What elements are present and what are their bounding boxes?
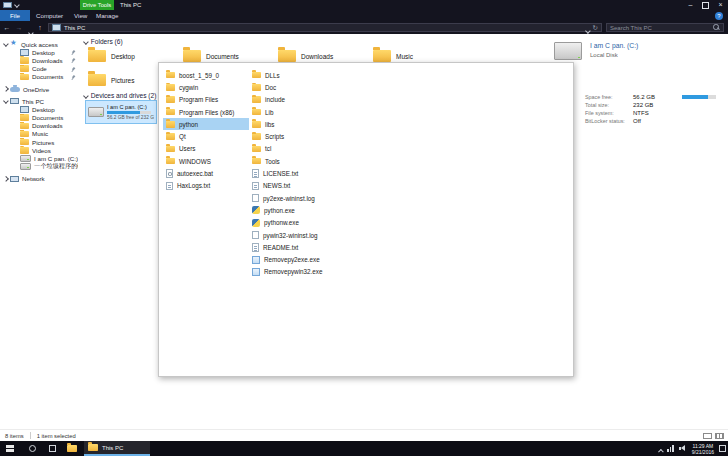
sidebar-item-label: OneDrive — [23, 86, 49, 93]
file-item-removepy2exe-exe[interactable]: Removepy2exe.exe — [249, 253, 449, 265]
network-icon — [10, 176, 19, 182]
sidebar-item-documents[interactable]: Documents — [0, 114, 80, 122]
search-input[interactable]: Search This PC — [606, 23, 724, 32]
sidebar-item-downloads[interactable]: Downloads — [0, 122, 80, 130]
expander-chevron[interactable] — [3, 87, 9, 91]
expander-chevron[interactable] — [3, 99, 9, 103]
file-item-program-files[interactable]: Program Files — [163, 94, 249, 106]
details-view-button[interactable] — [703, 433, 712, 439]
drives-section-header[interactable]: Devices and drives (2) — [84, 92, 156, 99]
taskbar-this-pc-button[interactable]: This PC — [84, 441, 150, 456]
sidebar-item-desktop[interactable]: Desktop — [0, 105, 80, 113]
folder-tile-label: Music — [396, 53, 413, 60]
file-item-pythonw-exe[interactable]: pythonw.exe — [249, 217, 449, 229]
file-log-icon — [252, 194, 259, 203]
sidebar-item-music[interactable]: Music — [0, 130, 80, 138]
file-item-label: Doc — [265, 84, 276, 91]
tab-computer[interactable]: Computer — [36, 10, 63, 21]
file-item-py2exe-wininst-log[interactable]: py2exe-wininst.log — [249, 192, 449, 204]
action-center-button[interactable] — [719, 445, 726, 452]
file-item-windows[interactable]: WINDOWS — [163, 155, 249, 167]
file-item-license-txt[interactable]: LICENSE.txt — [249, 167, 449, 179]
sidebar-item-videos[interactable]: Videos — [0, 146, 80, 154]
cortana-button[interactable] — [22, 441, 42, 456]
file-item-label: Qt — [179, 133, 186, 140]
sidebar-item-documents[interactable]: Documents — [0, 73, 80, 81]
app-blue-icon — [252, 256, 260, 264]
sidebar-item-pictures[interactable]: Pictures — [0, 138, 80, 146]
file-item-removepywin32-exe[interactable]: Removepywin32.exe — [249, 266, 449, 278]
file-item-qt[interactable]: Qt — [163, 130, 249, 142]
file-item-python-exe[interactable]: python.exe — [249, 204, 449, 216]
expander-chevron[interactable] — [3, 42, 9, 46]
file-item-pywin32-wininst-log[interactable]: pywin32-wininst.log — [249, 229, 449, 241]
task-view-button[interactable] — [42, 441, 62, 456]
taskbar-clock[interactable]: 11:29 AM 9/21/2016 — [692, 443, 714, 455]
file-item-include[interactable]: include — [249, 94, 449, 106]
tray-expand-button[interactable] — [659, 440, 663, 456]
network-icon[interactable] — [667, 445, 673, 452]
file-item-readme-txt[interactable]: README.txt — [249, 241, 449, 253]
back-button[interactable]: ← — [2, 21, 12, 34]
sidebar-item-downloads[interactable]: Downloads — [0, 56, 80, 64]
file-item-news-txt[interactable]: NEWS.txt — [249, 180, 449, 192]
file-item-users[interactable]: Users — [163, 143, 249, 155]
sidebar-section-network[interactable]: Network — [0, 175, 80, 183]
folders-section-header[interactable]: Folders (6) — [84, 38, 123, 45]
expander-chevron[interactable] — [3, 177, 9, 181]
file-item-scripts[interactable]: Scripts — [249, 130, 449, 142]
file-item-program-files-x86[interactable]: Program Files (x86) — [163, 106, 249, 118]
refresh-button[interactable]: ↻ — [593, 24, 598, 31]
tab-manage[interactable]: Manage — [96, 10, 118, 21]
file-item-label: autoexec.bat — [177, 170, 213, 177]
sidebar-section-quick-access[interactable]: Quick access — [0, 40, 80, 48]
folder-icon — [88, 74, 106, 86]
maximize-button[interactable] — [698, 0, 713, 10]
sidebar-section-onedrive[interactable]: OneDrive — [0, 85, 80, 93]
file-tab[interactable]: File — [0, 10, 30, 21]
sidebar-item-e[interactable]: 一个垃圾程序的硬盘 (E:) — [0, 163, 80, 171]
file-item-haxlogs-txt[interactable]: HaxLogs.txt — [163, 180, 249, 192]
folder-icon — [183, 50, 201, 62]
address-box[interactable]: This PC ↻ — [48, 23, 602, 32]
file-item-tcl[interactable]: tcl — [249, 143, 449, 155]
tab-view[interactable]: View — [74, 10, 87, 21]
sidebar-item-i-am-c-pan-c[interactable]: I am C pan. (C:) — [0, 154, 80, 162]
file-item-dlls[interactable]: DLLs — [249, 69, 449, 81]
icons-view-button[interactable] — [715, 433, 724, 439]
folder-icon — [20, 131, 29, 138]
file-item-libs[interactable]: libs — [249, 118, 449, 130]
file-item-cygwin[interactable]: cygwin — [163, 81, 249, 93]
taskbar-explorer-button[interactable] — [62, 441, 82, 456]
volume-icon[interactable] — [679, 445, 687, 452]
sidebar-item-code[interactable]: Code — [0, 65, 80, 73]
help-button[interactable]: ? — [715, 12, 723, 20]
close-button[interactable]: × — [713, 0, 728, 10]
desktop-icon — [20, 106, 29, 113]
folder-icon — [20, 74, 29, 81]
file-item-lib[interactable]: Lib — [249, 106, 449, 118]
drive-icon — [88, 107, 104, 117]
minimize-button[interactable]: – — [683, 0, 698, 10]
file-item-boost-1-59-0[interactable]: boost_1_59_0 — [163, 69, 249, 81]
file-item-label: README.txt — [263, 244, 298, 251]
up-button[interactable]: ↑ — [35, 21, 45, 34]
window-controls: – × — [683, 0, 728, 10]
folder-icon — [373, 50, 391, 62]
forward-button[interactable]: → — [14, 21, 24, 34]
drive-tools-tab[interactable]: Drive Tools — [80, 0, 114, 10]
sidebar-section-this-pc[interactable]: This PC — [0, 97, 80, 105]
qat-customize-icon[interactable] — [14, 2, 19, 7]
drive-tile-c[interactable]: I am C pan. (C:) 56.2 GB free of 232 GB — [85, 100, 157, 124]
file-item-python[interactable]: python — [163, 118, 249, 130]
file-item-autoexec-bat[interactable]: autoexec.bat — [163, 167, 249, 179]
task-view-icon — [49, 445, 56, 452]
file-item-tools[interactable]: Tools — [249, 155, 449, 167]
file-item-label: NEWS.txt — [263, 182, 290, 189]
folder-icon — [20, 139, 29, 146]
start-button[interactable] — [0, 441, 20, 456]
folder-tile-label: Documents — [206, 53, 239, 60]
file-item-doc[interactable]: Doc — [249, 81, 449, 93]
sidebar-item-desktop[interactable]: Desktop — [0, 48, 80, 56]
file-item-label: Removepywin32.exe — [264, 268, 322, 275]
